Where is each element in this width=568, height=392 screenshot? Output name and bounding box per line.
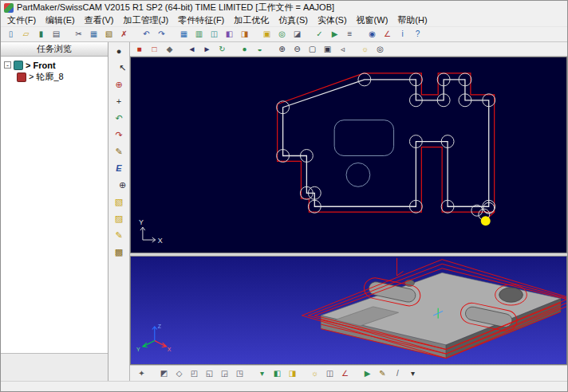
draw-icon[interactable]: ✎	[110, 143, 128, 159]
viewport-2d-canvas[interactable]: Y X	[131, 57, 566, 253]
viewport-3d-canvas[interactable]: Z X Y	[131, 257, 566, 364]
task-tree: - > Front > 轮廓_8	[1, 57, 108, 353]
menubar: 文件(F) 编辑(E) 查看(V) 加工管理(J) 零件特征(F) 加工优化 仿…	[1, 14, 567, 26]
zoom-tool-icon[interactable]: ◉	[365, 27, 380, 41]
setup-table-icon[interactable]: ▦	[176, 27, 191, 41]
shaded-view-icon[interactable]: ◩	[156, 367, 172, 381]
redo-icon[interactable]: ↷	[154, 27, 169, 41]
selected-point-marker[interactable]	[481, 216, 491, 225]
stock-display3d-icon[interactable]: ◧	[270, 367, 285, 381]
process-table-icon[interactable]: ▥	[191, 27, 207, 41]
save-icon[interactable]: ▮	[34, 27, 49, 41]
fixture-display-icon[interactable]: ◨	[285, 367, 300, 381]
select-arrow-icon[interactable]: ↖	[114, 60, 132, 76]
light-icon[interactable]: ☼	[307, 367, 322, 381]
simulate-icon[interactable]: ▶	[327, 27, 342, 41]
sim-play-icon[interactable]: ▶	[360, 367, 375, 381]
move-icon[interactable]: +	[110, 93, 128, 109]
help-icon[interactable]: ?	[410, 27, 425, 41]
section-icon[interactable]: ◫	[322, 367, 337, 381]
wireframe-view-icon[interactable]: ◇	[172, 367, 187, 381]
simulation-toolbar: ✦ ◩ ◇ ◰ ◱ ◲ ◳ ▾ ◧ ◨	[130, 365, 567, 381]
stock-display-icon[interactable]: ■	[132, 42, 147, 57]
delete-icon[interactable]: ✗	[116, 27, 132, 41]
tool-display-icon[interactable]: ▾	[254, 367, 270, 381]
menu-item[interactable]: 编辑(E)	[41, 14, 80, 26]
axis-y-label: Y	[139, 218, 144, 226]
lock-icon[interactable]: ▣	[259, 27, 274, 41]
zoom-window-icon[interactable]: ▢	[305, 42, 320, 57]
part-features-icon[interactable]: ◧	[222, 27, 237, 41]
app-window: PartMaker/SwissCAM V2015 R1 SP2 (64-bit)…	[0, 0, 568, 392]
menu-item[interactable]: 加工管理(J)	[118, 14, 173, 26]
zoom-in-icon[interactable]: ⊕	[274, 42, 290, 57]
tree-item-profile[interactable]: > 轮廓_8	[1, 71, 108, 83]
menu-item[interactable]: 实体(S)	[313, 14, 352, 26]
menu-item[interactable]: 查看(V)	[80, 14, 119, 26]
iso-view-icon[interactable]: ◰	[187, 367, 202, 381]
step-forward-icon[interactable]: ►	[199, 42, 215, 57]
machine-icon[interactable]: ◪	[290, 27, 305, 41]
front-view-icon[interactable]: ◲	[217, 367, 232, 381]
group-copy-icon[interactable]: ▧	[110, 194, 128, 210]
panel-footer	[1, 353, 108, 381]
tools-table-icon[interactable]: ◫	[207, 27, 222, 41]
rotate-ccw-icon[interactable]: ↶	[110, 110, 128, 126]
cylinder-mode-icon[interactable]: ●	[237, 42, 252, 57]
undo-icon[interactable]: ↶	[139, 27, 154, 41]
viewport-3d[interactable]: Z X Y	[130, 257, 567, 365]
sim-edit-icon[interactable]: ✎	[375, 367, 390, 381]
paste-icon[interactable]: ▧	[101, 27, 116, 41]
menu-item[interactable]: 帮助(H)	[392, 14, 432, 26]
tree-item-front-label: > Front	[26, 61, 56, 70]
cut-icon[interactable]: ✂	[71, 27, 86, 41]
group-paste-icon[interactable]: ▨	[110, 210, 128, 226]
globe-icon[interactable]: ◎	[274, 27, 290, 41]
previous-view-icon[interactable]: ◃	[335, 42, 350, 57]
refresh-icon[interactable]: ↻	[215, 42, 230, 57]
rotate-cw-icon[interactable]: ↷	[110, 127, 128, 143]
group-delete-icon[interactable]: ▩	[110, 244, 128, 260]
new-file-icon[interactable]: ▯	[3, 27, 18, 41]
expander-icon[interactable]: -	[4, 61, 11, 69]
zoom-out-icon[interactable]: ⊖	[290, 42, 305, 57]
status-bar	[1, 381, 567, 391]
copy-icon[interactable]: ▦	[86, 27, 101, 41]
print-icon[interactable]: ▤	[49, 27, 64, 41]
zoom-fit-icon[interactable]: ▣	[320, 42, 335, 57]
post-icon[interactable]: ≡	[342, 27, 357, 41]
menu-item[interactable]: 零件特征(F)	[173, 14, 229, 26]
lamp-icon[interactable]: ☼	[357, 42, 373, 57]
task-browser-header: 任务浏览	[1, 42, 108, 57]
open-file-icon[interactable]: ▱	[18, 27, 34, 41]
tree-item-profile-label: > 轮廓_8	[29, 71, 64, 83]
viewport-toolbar: ■ □ ◆ ◄ ► ↻ ● ◒ ⊕ ⊖	[130, 42, 567, 57]
boundary-display-icon[interactable]: □	[147, 42, 162, 57]
cycles-icon[interactable]: ◨	[237, 27, 252, 41]
snap-icon[interactable]: ⊕	[114, 177, 132, 193]
menu-item[interactable]: 文件(F)	[2, 14, 41, 26]
menu-item[interactable]: 视窗(W)	[352, 14, 393, 26]
measure-icon[interactable]: ∠	[380, 27, 395, 41]
step-back-icon[interactable]: ◄	[184, 42, 199, 57]
orbit-view-icon[interactable]: ●	[110, 43, 128, 59]
face-window-icon[interactable]: ◆	[162, 42, 177, 57]
preferences-icon[interactable]: ✦	[134, 367, 149, 381]
info-icon[interactable]: i	[395, 27, 410, 41]
measure3d-icon[interactable]: ∠	[337, 367, 353, 381]
top-view-icon[interactable]: ◱	[202, 367, 217, 381]
viewport-2d[interactable]: Y X	[130, 57, 567, 253]
verify-icon[interactable]: ✓	[312, 27, 327, 41]
more-options-icon[interactable]: ▾	[405, 367, 420, 381]
target-icon[interactable]: ◎	[373, 42, 388, 57]
axis-x-label: X	[158, 237, 163, 245]
tree-item-front[interactable]: - > Front	[1, 59, 108, 71]
menu-item[interactable]: 仿真(S)	[274, 14, 313, 26]
right-view-icon[interactable]: ◳	[232, 367, 247, 381]
menu-item[interactable]: 加工优化	[229, 14, 274, 26]
origin-icon[interactable]: ⊕	[110, 76, 128, 92]
half-cylinder-icon[interactable]: ◒	[252, 42, 267, 57]
sim-slash-icon[interactable]: /	[390, 367, 405, 381]
group-edit-icon[interactable]: ✎	[110, 227, 128, 243]
command-e-icon[interactable]: E	[110, 160, 128, 176]
